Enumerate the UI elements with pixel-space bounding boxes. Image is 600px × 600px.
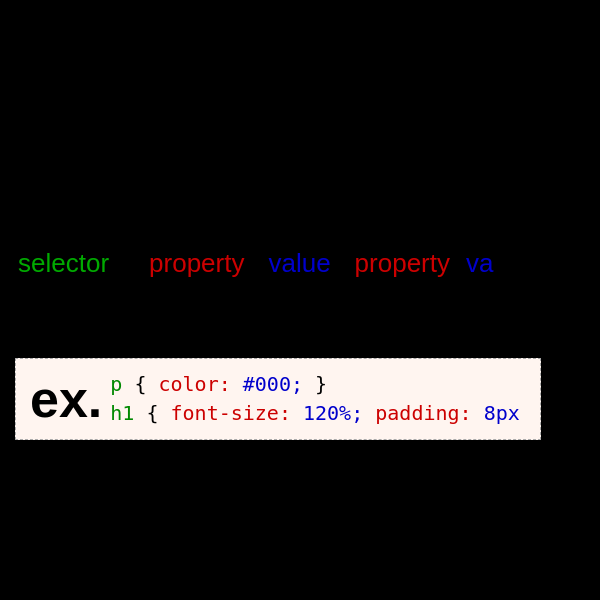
line1-close-brace: } [315,372,327,396]
line1-selector: p [110,372,122,396]
ex-label: ex. [30,373,102,425]
main-container: selector property value property va ex. … [0,0,600,600]
line2-open-brace: { [146,401,158,425]
line1-open-brace: { [134,372,146,396]
line1-property: color: [158,372,230,396]
line2-value1: 120%; [303,401,363,425]
legend-value: value [268,248,330,279]
legend-property1: property [149,248,244,279]
legend-value2: va [466,248,493,279]
legend-row: selector property value property va [0,248,600,279]
line2-property2: padding: [375,401,471,425]
legend-property2: property [355,248,450,279]
code-line-2: h1 { font-size: 120%; padding: 8px [110,400,519,427]
code-line-1: p { color: #000; } [110,371,519,398]
code-lines: p { color: #000; } h1 { font-size: 120%; [110,371,519,427]
legend-selector: selector [18,248,109,279]
line2-selector: h1 [110,401,134,425]
example-box: ex. p { color: #000; } h1 { font-size: [15,358,541,440]
line2-value2: 8px [484,401,520,425]
line2-property1: font-size: [171,401,291,425]
line1-value: #000; [243,372,303,396]
